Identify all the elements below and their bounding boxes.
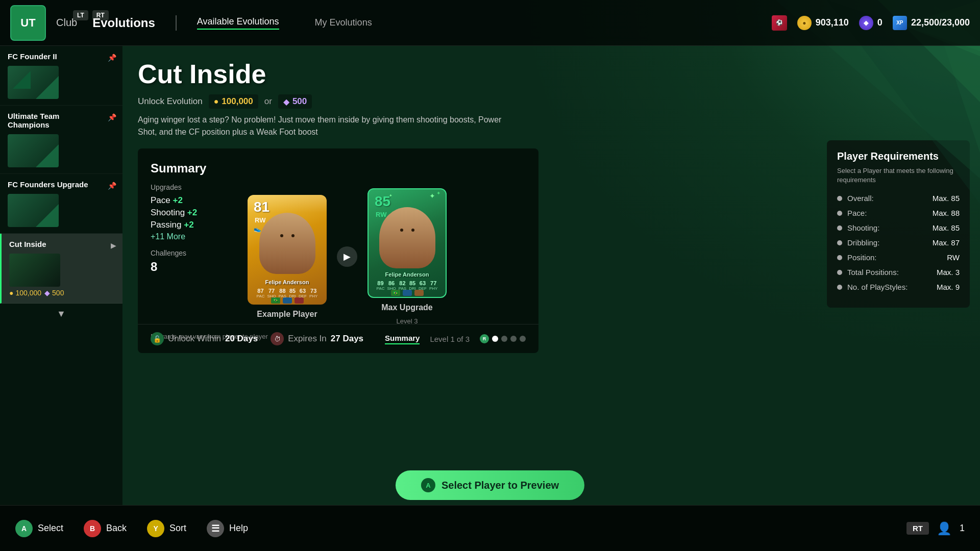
- player-count: 1: [960, 523, 965, 534]
- dot-3: [510, 336, 517, 342]
- challenges-count: 8: [151, 260, 232, 274]
- card-name: Felipe Anderson: [248, 279, 327, 285]
- summary-nav-level: Level 1 of 3: [430, 335, 470, 343]
- rt-badge: RT: [906, 522, 929, 535]
- unlock-row: Unlock Evolution ● 100,000 or ◆ 500: [138, 94, 965, 109]
- select-label: Select: [38, 523, 63, 534]
- page-description: Aging winger lost a step? No problem! Ju…: [138, 114, 521, 138]
- card-stat-sho: 77 SHO: [267, 288, 276, 298]
- summary-nav-summary[interactable]: Summary: [385, 334, 420, 344]
- coin-amount: 903,110: [816, 17, 849, 28]
- timeline-bar: 🔓 Unlock Within 20 Days ⏱ Expires In 27 …: [138, 324, 538, 353]
- expire-icon: ⏱: [271, 332, 284, 345]
- expires-in-label: Expires In: [288, 334, 327, 344]
- max-player-face: [379, 207, 435, 268]
- sidebar: 📌 FC Founder II 📌 Ultimate Team Champion…: [0, 46, 122, 505]
- upgrades-section: Upgrades Pace +2 Shooting +2 Passing +2 …: [151, 183, 232, 325]
- help-label: Help: [229, 523, 248, 534]
- xp-icon: XP: [893, 16, 907, 30]
- max-upgrade-wrap: ✦ ✦ ✦ 85 RW: [368, 188, 447, 325]
- back-action[interactable]: B Back: [84, 520, 127, 537]
- sidebar-stripe-amount: 500: [52, 289, 64, 297]
- b-button: B: [84, 520, 101, 537]
- cost-stripe-value: 500: [292, 96, 307, 107]
- sort-label: Sort: [169, 523, 186, 534]
- max-flag-brazil: 🇧🇷: [391, 290, 400, 296]
- r-badge: R: [480, 334, 489, 343]
- expires-in-item: ⏱ Expires In 27 Days: [271, 332, 363, 345]
- y-button: Y: [147, 520, 164, 537]
- a-button: A: [15, 520, 33, 537]
- back-label: Back: [106, 523, 127, 534]
- stripe-symbol: ◆: [44, 289, 50, 297]
- max-stat-pac: 89 PAC: [377, 280, 385, 291]
- sidebar-item-image-2: [8, 134, 59, 167]
- max-upgrade-card: ✦ ✦ ✦ 85 RW: [368, 188, 447, 298]
- sidebar-item-fc-founders-upgrade[interactable]: 📌 FC Founders Upgrade: [0, 174, 122, 234]
- xp-amount: 22,500/23,000: [911, 17, 970, 28]
- unlock-within-value: 20 Days: [225, 334, 258, 344]
- example-player-card: 81 RW 👟 Felipe Ander: [248, 195, 327, 305]
- sidebar-item-ultimate-team-champions[interactable]: 📌 Ultimate Team Champions: [0, 106, 122, 174]
- player-face: [259, 213, 315, 274]
- sidebar-item-image: [8, 66, 59, 99]
- unlock-within-item: 🔓 Unlock Within 20 Days: [151, 332, 258, 345]
- nav-my-evolutions[interactable]: My Evolutions: [315, 17, 372, 28]
- max-stat-def: 63 DEF: [419, 280, 427, 291]
- max-upgrade-label: Max Upgrade: [381, 303, 432, 312]
- sidebar-pin-icon: 📌: [108, 54, 116, 62]
- sidebar-cost-stripe: ◆ 500: [44, 289, 64, 297]
- triangle-decoration: [33, 73, 59, 99]
- expires-in-value: 27 Days: [331, 334, 363, 344]
- sidebar-item-title-4: Cut Inside: [9, 240, 115, 248]
- dot-1: [492, 336, 498, 342]
- ut-logo: UT: [10, 5, 46, 41]
- nav-available-evolutions[interactable]: Available Evolutions: [197, 16, 279, 30]
- card-stat-pas: 88 PAS: [279, 288, 286, 298]
- card-stat-def: 63 DEF: [299, 288, 307, 298]
- cost-coin-icon: ●: [214, 97, 219, 106]
- cost-badge-coins: ● 100,000: [209, 94, 258, 109]
- sidebar-item-cut-inside[interactable]: ▶ Cut Inside ● 100,000 ◆ 500: [0, 234, 122, 304]
- user-icon: 👤: [937, 521, 952, 536]
- sort-action[interactable]: Y Sort: [147, 520, 186, 537]
- sidebar-item-title-3: FC Founders Upgrade: [8, 180, 115, 189]
- max-stat-phy: 77 PHY: [429, 280, 437, 291]
- card-stat-dri: 85 DRI: [289, 288, 296, 298]
- unlock-label: Unlock Evolution: [138, 96, 203, 107]
- more-upgrades-link[interactable]: +11 More: [151, 232, 232, 241]
- help-action[interactable]: ☰ Help: [207, 520, 248, 537]
- sparkle-icon-2: ✦: [436, 190, 440, 196]
- club-badge: [295, 297, 304, 304]
- sidebar-item-fc-founder-ii[interactable]: 📌 FC Founder II: [0, 46, 122, 106]
- points-display: ◆ 0: [859, 16, 883, 30]
- lb-badge: LT: [73, 10, 88, 20]
- select-action[interactable]: A Select: [15, 520, 63, 537]
- sparkle-icon: ✦: [429, 192, 435, 200]
- xp-display: XP 22,500/23,000: [893, 16, 970, 30]
- sidebar-coin-amount: 100,000: [15, 289, 41, 297]
- dot-4: [520, 336, 526, 342]
- sidebar-cost-coins: ● 100,000: [9, 289, 41, 297]
- coin-symbol: ●: [9, 289, 13, 297]
- max-stat-pas: 82 PAS: [399, 280, 406, 291]
- card-arrow-button[interactable]: ▶: [337, 246, 357, 267]
- max-card-name: Felipe Anderson: [369, 271, 446, 278]
- coins-display: ● 903,110: [797, 16, 849, 30]
- cost-coins-value: 100,000: [222, 96, 253, 107]
- a-button-icon: A: [421, 478, 435, 492]
- select-player-preview-button[interactable]: A Select Player to Preview: [396, 470, 584, 500]
- passing-value: +2: [184, 220, 193, 230]
- coin-icon: ●: [797, 16, 812, 30]
- triangle-decoration-3: [33, 202, 59, 227]
- max-stat-dri: 85 DRI: [409, 280, 416, 291]
- challenges-label: Challenges: [151, 249, 232, 257]
- max-stat-sho: 86 SHO: [387, 280, 396, 291]
- pagination-dots: R: [480, 334, 526, 343]
- summary-title: Summary: [151, 161, 526, 176]
- flag-brazil: 🇧🇷: [271, 297, 280, 304]
- points-amount: 0: [877, 17, 883, 28]
- bottom-right: RT 👤 1: [906, 521, 965, 536]
- points-icon: ◆: [859, 16, 873, 30]
- card-stat-phy: 73 PHY: [309, 288, 317, 298]
